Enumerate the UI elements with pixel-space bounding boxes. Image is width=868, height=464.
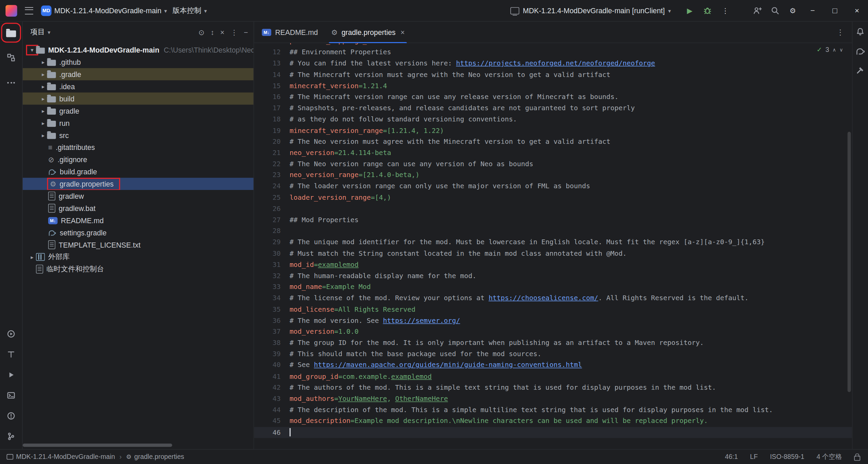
tree-item-TEMPLATE_LICENSE.txt[interactable]: TEMPLATE_LICENSE.txt bbox=[23, 239, 254, 251]
horizontal-scrollbar[interactable] bbox=[23, 444, 172, 447]
code-line-21[interactable]: 21neo_version=21.4.114-beta bbox=[254, 147, 852, 158]
code-line-29[interactable]: 29# The unique mod identifier for the mo… bbox=[254, 237, 852, 248]
indent-setting[interactable]: 4 个空格 bbox=[816, 452, 842, 462]
chevron-right-icon[interactable]: ▸ bbox=[39, 96, 47, 102]
tree-item-临时文件和控制台[interactable]: 临时文件和控制台 bbox=[23, 263, 254, 275]
code-line-27[interactable]: 27## Mod Properties bbox=[254, 214, 852, 226]
code-editor[interactable]: 11parchment_mappings_version=2025.03.231… bbox=[254, 43, 852, 449]
tree-item-run[interactable]: ▸run bbox=[23, 117, 254, 129]
tree-item-gradle.properties[interactable]: ⚙gradle.properties bbox=[23, 178, 254, 190]
code-line-15[interactable]: 15minecraft_version=1.21.4 bbox=[254, 80, 852, 91]
tree-item-MDK-1.21.4-ModDevGradle-main[interactable]: ▾MDK-1.21.4-ModDevGradle-mainC:\Users\Th… bbox=[23, 44, 254, 56]
file-encoding[interactable]: ISO-8859-1 bbox=[770, 453, 804, 461]
code-line-19[interactable]: 19minecraft_version_range=[1.21.4, 1.22) bbox=[254, 125, 852, 136]
code-with-me-button[interactable] bbox=[750, 3, 764, 18]
code-line-28[interactable]: 28 bbox=[254, 226, 852, 237]
settings-button[interactable]: ⚙ bbox=[786, 3, 800, 18]
tab-readme[interactable]: M↓ README.md bbox=[255, 22, 325, 43]
more-actions-button[interactable]: ⋮ bbox=[718, 3, 732, 18]
code-line-20[interactable]: 20# The Neo version must agree with the … bbox=[254, 136, 852, 147]
tab-gradle-properties[interactable]: ⚙ gradle.properties × bbox=[324, 22, 411, 43]
chevron-right-icon[interactable]: ▸ bbox=[28, 254, 36, 260]
project-selector[interactable]: MD MDK-1.21.4-ModDevGradle-main ▾ bbox=[41, 5, 167, 16]
caret-position[interactable]: 46:1 bbox=[725, 453, 738, 461]
code-line-13[interactable]: 13# You can find the latest versions her… bbox=[254, 58, 852, 69]
code-line-41[interactable]: 41mod_group_id=com.example.examplemod bbox=[254, 371, 852, 382]
code-line-17[interactable]: 17# Snapshots, pre-releases, and release… bbox=[254, 102, 852, 114]
code-line-46[interactable]: 46 bbox=[254, 427, 852, 438]
tree-item-外部库[interactable]: ▸外部库 bbox=[23, 251, 254, 263]
chevron-down-icon[interactable]: ▾ bbox=[28, 47, 36, 53]
code-line-40[interactable]: 40# See https://maven.apache.org/guides/… bbox=[254, 360, 852, 371]
tab-options-button[interactable]: ⋮ bbox=[836, 28, 844, 37]
tree-item-README.md[interactable]: M↓README.md bbox=[23, 214, 254, 227]
next-problem-button[interactable]: ∨ bbox=[840, 47, 843, 53]
run-button[interactable]: ▶ bbox=[683, 3, 697, 18]
tree-item-build.gradle[interactable]: build.gradle bbox=[23, 166, 254, 178]
expand-collapse-button[interactable]: ↕ bbox=[211, 28, 214, 36]
main-menu-icon[interactable] bbox=[25, 7, 33, 14]
vcs-widget[interactable]: 版本控制 ▾ bbox=[173, 5, 207, 15]
tree-item-src[interactable]: ▸src bbox=[23, 129, 254, 141]
tree-item-.gitignore[interactable]: ⊘.gitignore bbox=[23, 153, 254, 166]
code-line-42[interactable]: 42# The authors of the mod. This is a si… bbox=[254, 382, 852, 393]
line-separator[interactable]: LF bbox=[750, 453, 758, 461]
code-line-11[interactable]: 11parchment_mappings_version=2025.03.23 bbox=[254, 43, 852, 46]
inspections-widget[interactable]: ✓ 3 ∧ ∨ bbox=[816, 46, 843, 54]
gradle-tool-window-button[interactable] bbox=[854, 44, 867, 58]
tree-item-gradlew[interactable]: gradlew bbox=[23, 190, 254, 202]
close-tab-icon[interactable]: × bbox=[400, 28, 405, 36]
minimize-button[interactable]: − bbox=[802, 0, 824, 21]
maximize-button[interactable]: □ bbox=[824, 0, 846, 21]
code-line-12[interactable]: 12## Environment Properties bbox=[254, 46, 852, 58]
code-line-14[interactable]: 14# The Minecraft version must agree wit… bbox=[254, 69, 852, 80]
code-line-37[interactable]: 37mod_version=1.0.0 bbox=[254, 326, 852, 337]
panel-options-button[interactable]: ⋮ bbox=[231, 28, 238, 36]
collapse-all-button[interactable]: × bbox=[220, 28, 224, 36]
project-tool-window-button[interactable] bbox=[3, 25, 19, 40]
tree-item-build[interactable]: ▸build bbox=[23, 93, 254, 105]
code-line-22[interactable]: 22# The Neo version range can use any ve… bbox=[254, 158, 852, 170]
tree-item-settings.gradle[interactable]: settings.gradle bbox=[23, 227, 254, 239]
chevron-right-icon[interactable]: ▸ bbox=[39, 120, 47, 126]
code-line-16[interactable]: 16# The Minecraft version range can use … bbox=[254, 91, 852, 102]
tree-item-gradle[interactable]: ▸gradle bbox=[23, 105, 254, 117]
chevron-right-icon[interactable]: ▸ bbox=[39, 71, 47, 77]
code-line-18[interactable]: 18# as they do not follow standard versi… bbox=[254, 114, 852, 125]
version-control-tool-window-button[interactable] bbox=[3, 429, 19, 444]
code-line-36[interactable]: 36# The mod version. See https://semver.… bbox=[254, 315, 852, 326]
project-view-selector[interactable]: 项目 ▾ bbox=[31, 27, 51, 37]
code-line-33[interactable]: 33mod_name=Example Mod bbox=[254, 282, 852, 293]
close-button[interactable]: × bbox=[846, 0, 868, 21]
chevron-right-icon[interactable]: ▸ bbox=[39, 132, 47, 138]
search-everywhere-button[interactable] bbox=[768, 3, 782, 18]
code-line-31[interactable]: 31mod_id=examplemod bbox=[254, 259, 852, 270]
tree-item-.gradle[interactable]: ▸.gradle bbox=[23, 68, 254, 80]
code-line-23[interactable]: 23neo_version_range=[21.4.0-beta,) bbox=[254, 170, 852, 181]
code-line-25[interactable]: 25loader_version_range=[4,) bbox=[254, 192, 852, 203]
readonly-lock-icon[interactable] bbox=[854, 456, 860, 461]
chevron-right-icon[interactable]: ▸ bbox=[39, 108, 47, 114]
build-tool-window-button[interactable] bbox=[854, 64, 867, 77]
tree-item-.github[interactable]: ▸.github bbox=[23, 56, 254, 68]
code-line-44[interactable]: 44# The description of the mod. This is … bbox=[254, 404, 852, 415]
structure-tool-window-button[interactable] bbox=[3, 50, 19, 65]
chevron-right-icon[interactable]: ▸ bbox=[39, 83, 47, 90]
code-line-35[interactable]: 35mod_license=All Rights Reserved bbox=[254, 304, 852, 315]
code-line-43[interactable]: 43mod_authors=YourNameHere, OtherNameHer… bbox=[254, 393, 852, 404]
code-line-39[interactable]: 39# This should match the base package u… bbox=[254, 348, 852, 360]
code-line-32[interactable]: 32# The human-readable display name for … bbox=[254, 270, 852, 282]
run-tool-window-button[interactable] bbox=[3, 367, 19, 383]
locate-file-button[interactable]: ⊙ bbox=[198, 28, 204, 36]
terminal-tool-window-button[interactable] bbox=[3, 388, 19, 403]
vertical-scrollbar[interactable] bbox=[848, 132, 851, 392]
tree-item-.idea[interactable]: ▸.idea bbox=[23, 80, 254, 93]
breadcrumb-project[interactable]: MDK-1.21.4-ModDevGradle-main bbox=[7, 453, 115, 461]
code-line-26[interactable]: 26 bbox=[254, 203, 852, 214]
todo-tool-window-button[interactable] bbox=[3, 347, 19, 362]
problems-tool-window-button[interactable] bbox=[3, 408, 19, 424]
code-line-34[interactable]: 34# The license of the mod. Review your … bbox=[254, 293, 852, 304]
code-line-30[interactable]: 30# Must match the String constant locat… bbox=[254, 248, 852, 259]
code-line-45[interactable]: 45mod_description=Example mod descriptio… bbox=[254, 415, 852, 427]
code-line-38[interactable]: 38# The group ID for the mod. It is only… bbox=[254, 337, 852, 348]
